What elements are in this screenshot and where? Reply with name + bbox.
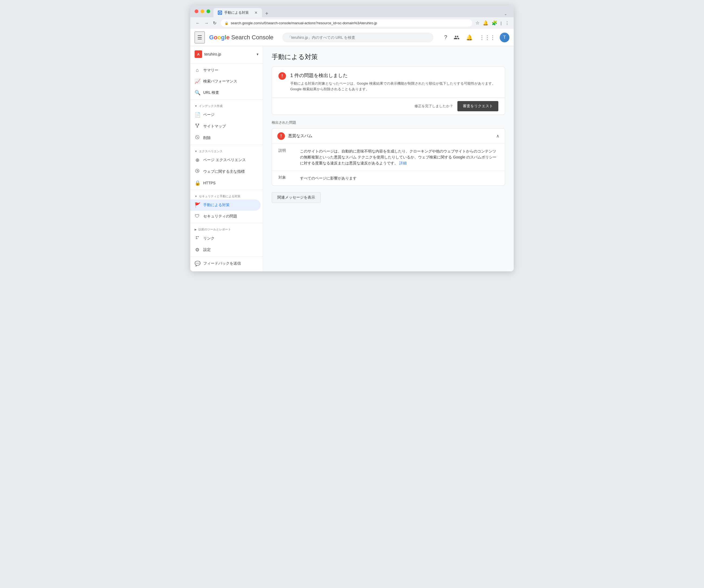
user-avatar[interactable]: T: [500, 33, 510, 42]
sidebar-divider-1: [190, 63, 263, 64]
sidebar-item-performance[interactable]: 📈 検索パフォーマンス: [190, 76, 260, 87]
shield-icon: 🛡: [194, 214, 200, 219]
svg-rect-2: [198, 124, 199, 124]
alert-error-icon: !: [279, 72, 286, 80]
tab-favicon: [218, 10, 222, 15]
sidebar-item-page-experience[interactable]: ⊕ ページ エクスペリエンス: [190, 155, 260, 166]
bookmark-icon[interactable]: ☆: [475, 20, 479, 26]
forward-button[interactable]: →: [203, 20, 210, 27]
active-tab[interactable]: 手動による対策 ✕: [214, 8, 262, 17]
search-icon: 🔍: [194, 90, 200, 96]
logo-product-name: Search Console: [231, 34, 274, 41]
sidebar-label-url: URL 検査: [203, 90, 219, 95]
section-sec-icon: ▼: [194, 195, 197, 198]
sidebar-item-feedback[interactable]: 💬 フィードバックを送信: [190, 258, 260, 269]
bell-icon[interactable]: 🔔: [464, 32, 475, 43]
new-tab-button[interactable]: +: [263, 10, 271, 17]
issue-description-row: 説明 このサイトのページは、自動的に意味不明な内容を生成したり、クローキングや他…: [272, 144, 505, 171]
profile-icon[interactable]: |: [501, 21, 502, 25]
sidebar-item-settings[interactable]: ⚙ 設定: [190, 244, 260, 255]
show-messages-button[interactable]: 関連メッセージを表示: [272, 192, 321, 203]
svg-rect-1: [195, 124, 197, 124]
sidebar-item-links[interactable]: リンク: [190, 233, 260, 244]
grid-icon[interactable]: ⋮⋮⋮: [477, 32, 497, 43]
traffic-light-red[interactable]: [194, 9, 198, 13]
alert-content: ! 1 件の問題を検出しました 手動による対策の対象となったページは、Googl…: [272, 67, 505, 98]
search-bar[interactable]: [282, 33, 433, 42]
sidebar-section-index: ▼ インデックス作成: [190, 101, 263, 109]
logo-letter-o1: o: [214, 34, 217, 41]
expand-button[interactable]: ⌄: [504, 12, 507, 16]
refresh-button[interactable]: ↻: [212, 19, 218, 27]
property-name: teruhiro.jp: [204, 52, 254, 56]
pages-icon: 📄: [194, 112, 200, 118]
logo-letter-g: G: [209, 34, 214, 41]
sidebar-item-https[interactable]: 🔒 HTTPS: [190, 177, 260, 189]
issues-section-label: 検出された問題: [272, 120, 505, 125]
property-icon: A: [194, 50, 202, 58]
request-review-button[interactable]: 審査をリクエスト: [457, 101, 498, 111]
sidebar-item-sitemaps[interactable]: サイトマップ: [190, 120, 260, 132]
sidebar-label-page-exp: ページ エクスペリエンス: [203, 158, 246, 163]
property-selector[interactable]: A teruhiro.jp ▾: [190, 48, 263, 62]
sidebar-section-tools: ▶ 以前のツールとレポート: [190, 224, 263, 233]
home-icon: ⌂: [194, 67, 200, 73]
address-bar: ← → ↻ 🔒 search.google.com/u/0/search-con…: [190, 17, 514, 29]
sidebar-item-pages[interactable]: 📄 ページ: [190, 109, 260, 120]
sidebar-label-links: リンク: [203, 236, 215, 241]
app-logo: Google Search Console: [209, 34, 274, 41]
sidebar-section-security: ▼ セキュリティと手動による対策: [190, 191, 263, 199]
hamburger-menu-button[interactable]: ☰: [194, 32, 205, 43]
property-dropdown-icon: ▾: [256, 52, 258, 56]
notification-icon[interactable]: 🔔: [483, 20, 488, 26]
more-icon[interactable]: ⋮: [505, 20, 510, 26]
page-title: 手動による対策: [272, 53, 505, 61]
back-button[interactable]: ←: [194, 20, 201, 27]
traffic-light-green[interactable]: [207, 9, 210, 13]
tab-close-button[interactable]: ✕: [254, 10, 258, 15]
issue-header[interactable]: ! 悪質なスパム ∧: [272, 128, 505, 143]
vitals-icon: [194, 168, 200, 175]
secure-icon: 🔒: [225, 21, 229, 25]
sidebar-item-web-vitals[interactable]: ウェブに関する主な指標: [190, 166, 260, 177]
manage-accounts-icon[interactable]: [452, 32, 462, 43]
sidebar: A teruhiro.jp ▾ ⌂ サマリー 📈 検索パフォーマンス 🔍 URL…: [190, 46, 263, 271]
sidebar-item-removals[interactable]: 削除: [190, 132, 260, 143]
detail-link[interactable]: 詳細: [399, 161, 407, 165]
sidebar-item-manual-actions[interactable]: 🚩 手動による対策: [190, 199, 260, 211]
sidebar-divider-5: [190, 223, 263, 223]
url-bar[interactable]: 🔒 search.google.com/u/0/search-console/m…: [221, 19, 472, 27]
url-text: search.google.com/u/0/search-console/man…: [231, 21, 468, 25]
links-icon: [194, 235, 200, 241]
issue-card: ! 悪質なスパム ∧ 説明 このサイトのページは、自動的に意味不明な内容を生成し…: [272, 128, 505, 186]
issue-error-icon: !: [277, 132, 285, 140]
sidebar-item-url-inspection[interactable]: 🔍 URL 検査: [190, 87, 260, 98]
sidebar-label-summary: サマリー: [203, 68, 218, 73]
target-value: すべてのページに影響があります: [300, 175, 498, 181]
alert-body: 1 件の問題を検出しました 手動による対策の対象となったページは、Google …: [290, 72, 498, 92]
search-input[interactable]: [282, 33, 433, 42]
flag-icon: 🚩: [194, 202, 200, 208]
svg-rect-3: [197, 127, 198, 127]
svg-point-11: [196, 236, 197, 237]
target-label: 対象: [279, 175, 300, 181]
issue-details: 説明 このサイトのページは、自動的に意味不明な内容を生成したり、クローキングや他…: [272, 143, 505, 186]
traffic-light-yellow[interactable]: [200, 9, 204, 13]
sitemap-icon: [194, 123, 200, 129]
sidebar-label-settings: 設定: [203, 247, 211, 252]
sidebar-item-security-issues[interactable]: 🛡 セキュリティの問題: [190, 211, 260, 222]
sidebar-item-summary[interactable]: ⌂ サマリー: [190, 65, 260, 76]
section-exp-icon: ▼: [194, 150, 197, 153]
header-icons: ? 🔔 ⋮⋮⋮ T: [442, 32, 510, 43]
sidebar-label-removals: 削除: [203, 135, 211, 140]
settings-icon: ⚙: [194, 247, 200, 253]
logo-letter-g2: g: [221, 34, 225, 41]
page-exp-icon: ⊕: [194, 157, 200, 163]
issue-chevron-icon: ∧: [496, 133, 500, 138]
issue-target-row: 対象 すべてのページに影響があります: [272, 171, 505, 185]
extensions-icon[interactable]: 🧩: [491, 20, 497, 26]
feedback-icon: 💬: [194, 260, 200, 267]
sidebar-label-https: HTTPS: [203, 181, 216, 185]
removal-icon: [194, 135, 200, 141]
help-icon[interactable]: ?: [442, 32, 449, 43]
